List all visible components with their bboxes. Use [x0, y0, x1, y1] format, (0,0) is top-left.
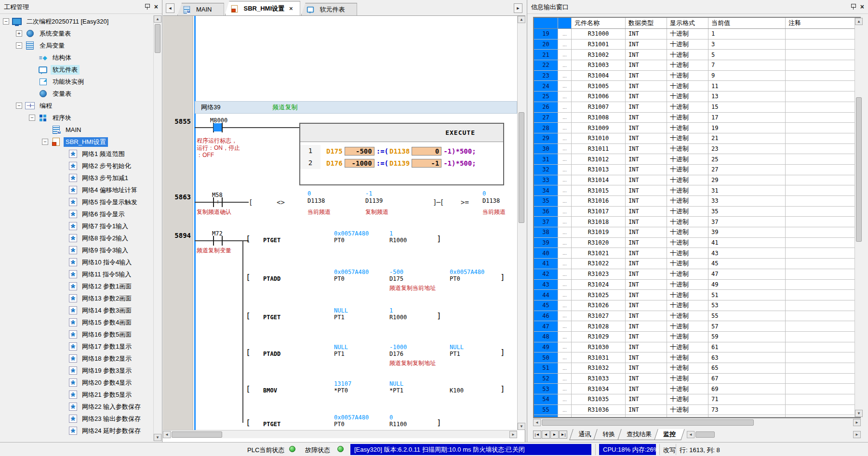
display-format-cell[interactable]: 十进制 — [667, 238, 708, 248]
tree-item-label[interactable]: 系统变量表 — [38, 29, 73, 39]
comment-cell[interactable] — [786, 311, 860, 321]
row-number-cell[interactable]: 31 — [534, 154, 558, 164]
comment-cell[interactable] — [786, 259, 860, 269]
element-name-cell[interactable]: R31000 — [572, 29, 626, 39]
row-number-cell[interactable]: 52 — [534, 374, 558, 384]
contact-m72[interactable] — [209, 236, 227, 246]
nav-first-icon[interactable]: |◄ — [533, 430, 541, 439]
table-vscroll-thumb[interactable] — [856, 97, 862, 242]
tree-item-label[interactable]: 网络17 参数1显示 — [80, 342, 134, 352]
instruction-mnemonic[interactable]: PTGET — [263, 237, 280, 244]
data-type-cell[interactable]: INT — [626, 269, 667, 279]
nav-next-icon[interactable]: ► — [550, 430, 559, 439]
row-number-cell[interactable]: 46 — [534, 311, 558, 321]
tree-item-label[interactable]: 网络15 参数4画面 — [80, 318, 134, 327]
row-dots-cell[interactable]: ... — [558, 269, 572, 279]
src-operand[interactable]: D1139 — [389, 159, 410, 167]
output-tab-label[interactable]: 通讯 — [578, 430, 591, 439]
element-name-cell[interactable]: R31015 — [572, 185, 626, 195]
current-value-cell[interactable]: 21 — [708, 133, 786, 143]
output-tab-label[interactable]: 查找结果 — [627, 430, 652, 439]
tree-item-label[interactable]: MAIN — [64, 126, 83, 134]
ladder-canvas[interactable]: 网络39 频道复制 5855 M8000 程序运行标志，运行：ON，停止：OFF… — [163, 16, 517, 430]
tree-item-label[interactable]: 网络16 参数5画面 — [80, 330, 134, 339]
row-number-cell[interactable]: 20 — [534, 39, 558, 50]
display-format-cell[interactable]: 十进制 — [667, 113, 708, 123]
display-format-cell[interactable]: 十进制 — [667, 342, 708, 352]
row-dots-cell[interactable]: ... — [558, 102, 572, 112]
tree-expander-icon[interactable]: − — [3, 18, 9, 25]
row-number-cell[interactable]: 40 — [534, 248, 558, 258]
row-dots-cell[interactable]: ... — [558, 217, 572, 227]
data-type-cell[interactable]: INT — [626, 165, 667, 175]
display-format-cell[interactable]: 十进制 — [667, 374, 708, 384]
editor-tab[interactable]: MAIN — [177, 3, 224, 15]
tree-item-label[interactable]: 网络20 参数4显示 — [80, 378, 134, 388]
row-dots-cell[interactable]: ... — [558, 133, 572, 143]
table-row[interactable]: 32 ... R31013 INT 十进制 27 — [534, 165, 860, 175]
tree-item[interactable]: 网络13 参数2画面 — [1, 292, 153, 304]
row-number-cell[interactable]: 47 — [534, 321, 558, 331]
tree-item[interactable]: 网络20 参数4显示 — [1, 377, 153, 389]
row-number-cell[interactable]: 32 — [534, 165, 558, 175]
element-name-cell[interactable]: R31013 — [572, 165, 626, 175]
row-dots-cell[interactable]: ... — [558, 185, 572, 195]
operand-name[interactable]: PT1 — [334, 314, 345, 321]
table-row[interactable]: 35 ... R31016 INT 十进制 33 — [534, 196, 860, 207]
tree-item[interactable]: − SBR_HMI设置 — [1, 136, 153, 148]
output-tab-label[interactable]: 转换 — [602, 430, 615, 439]
col-header-name[interactable]: 元件名称 — [572, 18, 626, 28]
table-row[interactable]: 49 ... R31030 INT 十进制 61 — [534, 342, 860, 353]
tree-expander-icon[interactable]: − — [29, 115, 35, 121]
row-dots-cell[interactable]: ... — [558, 165, 572, 175]
row-dots-cell[interactable]: ... — [558, 321, 572, 331]
tree-item[interactable]: − 程序块 — [1, 112, 153, 124]
row-number-cell[interactable]: 30 — [534, 144, 558, 154]
current-value-cell[interactable]: 29 — [708, 175, 786, 185]
row-number-cell[interactable]: 43 — [534, 280, 558, 290]
table-row[interactable]: 54 ... R31035 INT 十进制 71 — [534, 394, 860, 405]
operand-name[interactable]: D1139 — [365, 197, 383, 204]
table-row[interactable]: 31 ... R31012 INT 十进制 25 — [534, 154, 860, 165]
row-dots-cell[interactable]: ... — [558, 175, 572, 185]
current-value-cell[interactable]: 53 — [708, 300, 786, 311]
display-format-cell[interactable]: 十进制 — [667, 384, 708, 394]
element-name-cell[interactable]: R31005 — [572, 81, 626, 91]
tree-item[interactable]: 网络22 输入参数保存 — [1, 401, 153, 413]
comment-cell[interactable] — [786, 238, 860, 248]
table-row[interactable]: 26 ... R31007 INT 十进制 15 — [534, 102, 860, 113]
display-format-cell[interactable]: 十进制 — [667, 269, 708, 279]
dest-operand[interactable]: D176 — [326, 159, 343, 167]
display-format-cell[interactable]: 十进制 — [667, 321, 708, 331]
current-value-cell[interactable]: 11 — [708, 81, 786, 91]
data-type-cell[interactable]: INT — [626, 39, 667, 50]
close-icon[interactable]: × — [860, 3, 864, 10]
table-row[interactable]: 47 ... R31028 INT 十进制 57 — [534, 321, 860, 332]
scroll-left-icon[interactable]: ◄ — [687, 431, 694, 438]
row-dots-cell[interactable]: ... — [558, 332, 572, 342]
element-name-cell[interactable]: R31014 — [572, 175, 626, 185]
data-type-cell[interactable]: INT — [626, 144, 667, 154]
scroll-up-icon[interactable]: ▲ — [855, 18, 863, 25]
comment-cell[interactable] — [786, 196, 860, 206]
tree-item-label[interactable]: 网络5 指令显示触发 — [80, 197, 139, 207]
table-row[interactable]: 30 ... R31011 INT 十进制 23 — [534, 144, 860, 155]
comment-cell[interactable] — [786, 290, 860, 300]
data-type-cell[interactable]: INT — [626, 332, 667, 342]
table-row[interactable]: 48 ... R31029 INT 十进制 59 — [534, 332, 860, 342]
tree-item[interactable]: 网络3 步号加减1 — [1, 172, 153, 184]
display-format-cell[interactable]: 十进制 — [667, 363, 708, 373]
data-type-cell[interactable]: INT — [626, 227, 667, 237]
row-dots-cell[interactable]: ... — [558, 342, 572, 352]
data-type-cell[interactable]: INT — [626, 321, 667, 331]
operand-name[interactable]: D1138 — [307, 197, 325, 204]
table-row[interactable]: 37 ... R31018 INT 十进制 37 — [534, 217, 860, 227]
row-dots-cell[interactable]: ... — [558, 300, 572, 311]
tree-item-label[interactable]: 网络10 指令4输入 — [80, 258, 134, 267]
editor-tab-label[interactable]: 软元件表 — [320, 5, 345, 14]
row-number-cell[interactable]: 23 — [534, 71, 558, 81]
element-name-cell[interactable]: R31024 — [572, 280, 626, 290]
row-number-cell[interactable]: 42 — [534, 269, 558, 279]
tab-scroll-right-icon[interactable]: ► — [514, 3, 522, 13]
row-dots-cell[interactable]: ... — [558, 280, 572, 290]
